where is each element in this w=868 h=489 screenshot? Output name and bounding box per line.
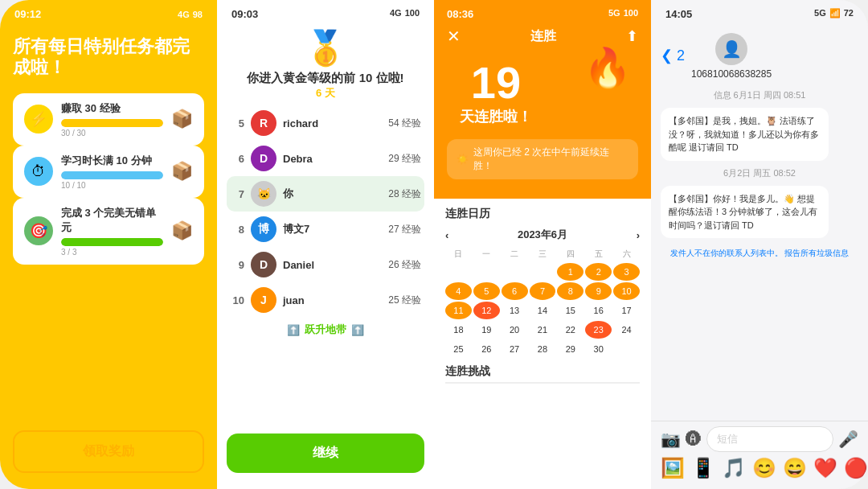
time-4: 14:05 [665,8,692,20]
time-2: 09:03 [231,8,258,20]
task-label-units: 完成 3 个完美无错单元 [61,206,163,235]
streak-note: ☀️ 这周你已经 2 次在中午前延续连胜！ [447,139,638,179]
cal-day-29: 29 [557,340,583,358]
league-title: 你进入黄金等级的前 10 位啦! [247,71,403,86]
close-icon[interactable]: ✕ [447,27,461,46]
streak-number: 19 [460,60,532,105]
days-label: 6 天 [316,86,335,101]
cal-day-13: 13 [502,302,528,319]
network-1: 4G [178,10,190,19]
cal-day-16: 16 [585,302,612,319]
emoji-btn-4[interactable]: 😄 [783,457,807,479]
cal-grid: 日一二三四五六123456789101112131415161718192021… [445,247,640,358]
contact-name: 106810068638285 [691,68,772,80]
emoji-btn-2[interactable]: 🎵 [722,457,746,479]
share-icon[interactable]: ⬆ [626,27,638,45]
leaderboard-row-4: 9 D Daniel 26 经验 [227,247,424,282]
up-arrow-icon2: ⬆️ [351,324,364,336]
status-bar-4: 14:05 5G 📶 72 [651,0,868,23]
msg-warning-4[interactable]: 发件人不在你的联系人列表中。 报告所有垃圾信息 [661,244,858,262]
cal-day-21: 21 [530,321,556,339]
battery-1: 98 [193,10,203,19]
back-button[interactable]: ❮ 2 [661,47,685,64]
message-input[interactable]: 短信 [706,426,833,452]
cal-day-25: 25 [445,340,472,358]
task-content-units: 完成 3 个完美无错单元 3 / 3 [61,206,163,257]
cal-week-header: 日 [445,247,472,261]
app-store-icon[interactable]: 🅐 [686,430,702,449]
cal-day-2: 2 [585,263,612,281]
task-card-units: 🎯 完成 3 个完美无错单元 3 / 3 📦 [13,198,204,265]
chest-icon-units: 📦 [171,220,193,241]
phone2-body: 🥇 你进入黄金等级的前 10 位啦! 6 天 5 R richard 54 经验… [217,23,434,425]
phone-2: 09:03 4G 100 🥇 你进入黄金等级的前 10 位啦! 6 天 5 R … [217,0,434,489]
lb-xp-1: 29 经验 [388,152,421,166]
cal-day-1: 1 [557,263,583,281]
cal-day-7: 7 [530,282,556,300]
cal-day- [445,263,472,281]
lb-avatar-3: 博 [251,216,276,242]
cal-next[interactable]: › [637,229,640,241]
flame-icon: 🔥 [583,46,632,91]
task-icon-time: ⏱ [24,157,53,186]
cal-day-15: 15 [557,302,583,319]
continue-button[interactable]: 继续 [227,434,424,473]
emoji-btn-1[interactable]: 📱 [691,457,715,479]
lb-rank-5: 10 [230,294,244,306]
cal-day- [530,263,556,281]
cal-prev[interactable]: ‹ [445,229,448,241]
progress-bar-units [61,238,163,246]
lb-name-1: Debra [283,153,382,165]
chat-contact: 👤 106810068638285 [691,27,772,84]
progress-text-time: 10 / 10 [61,181,163,190]
lb-name-0: richard [283,117,382,129]
lb-avatar-1: D [251,146,276,171]
task-list: ⚡ 赚取 30 经验 30 / 30 📦 ⏱ 学习时长满 10 分钟 10 / … [13,93,204,265]
network-2: 4G [390,8,402,20]
calendar: ‹ 2023年6月 › 日一二三四五六123456789101112131415… [445,228,640,358]
emoji-btn-0[interactable]: 🖼️ [661,457,685,479]
leaderboard-row-2: 7 🐱 你 28 经验 [227,176,424,212]
claim-button[interactable]: 领取奖励 [13,430,204,473]
mic-icon[interactable]: 🎤 [838,429,858,449]
cal-day-14: 14 [530,302,556,319]
task-icon-xp: ⚡ [24,105,53,134]
battery-2: 100 [405,8,420,20]
cal-week-header: 一 [473,247,500,261]
camera-icon[interactable]: 📷 [661,429,681,449]
chest-icon-xp: 📦 [171,109,193,129]
emoji-btn-3[interactable]: 😊 [752,457,776,479]
cal-day-9: 9 [585,282,612,300]
challenge-title: 连胜挑战 [445,364,640,384]
task-content-xp: 赚取 30 经验 30 / 30 [61,101,163,138]
emoji-tray: 🖼️📱🎵😊😄❤️🔴 [661,452,858,486]
msg-date-0: 信息 6月1日 周四 08:51 [661,89,858,101]
emoji-btn-5[interactable]: ❤️ [813,457,837,479]
lb-name-3: 博文7 [283,222,382,236]
cal-week-header: 二 [502,247,528,261]
progress-bar-time [61,171,163,179]
cal-day-27: 27 [502,340,528,358]
lb-avatar-2: 🐱 [251,181,276,207]
lb-xp-0: 54 经验 [388,117,421,130]
cal-week-header: 四 [557,247,583,261]
cal-day-20: 20 [502,321,528,339]
leaderboard-row-0: 5 R richard 54 经验 [227,105,424,141]
battery-3: 100 [624,8,638,20]
cal-day-22: 22 [557,321,583,339]
task-content-time: 学习时长满 10 分钟 10 / 10 [61,154,163,190]
cal-day-8: 8 [557,282,583,300]
lb-xp-2: 28 经验 [388,187,421,201]
lb-name-4: Daniel [283,259,382,271]
lb-avatar-5: J [251,287,276,313]
progress-text-units: 3 / 3 [61,248,163,257]
promote-label: 跃升地带 [305,323,346,337]
phone3-body: 连胜日历 ‹ 2023年6月 › 日一二三四五六1234567891011121… [434,199,651,489]
leaderboard-row-5: 10 J juan 25 经验 [227,282,424,318]
emoji-btn-6[interactable]: 🔴 [844,457,868,479]
network-3: 5G [608,8,620,20]
phone-4: 14:05 5G 📶 72 ❮ 2 👤 106810068638285 信息 6… [651,0,868,489]
phone3-nav: ✕ 连胜 ⬆ [447,27,638,46]
lb-avatar-4: D [251,252,276,277]
messages-list: 信息 6月1日 周四 08:51【多邻国】是我，拽姐。🦉 法语练了没？呀，我就知… [661,86,858,265]
